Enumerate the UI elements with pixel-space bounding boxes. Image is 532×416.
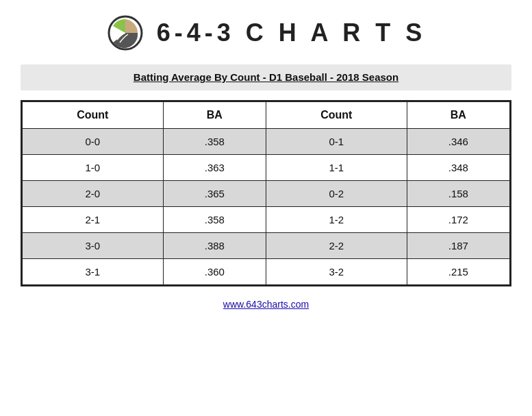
batting-average-table: Count BA Count BA 0-0 .358 0-1 .346 1-0 … — [22, 101, 510, 285]
cell-count1: 3-0 — [23, 233, 164, 259]
header: 6-4-3 C H A R T S — [21, 14, 511, 52]
cell-ba1: .365 — [163, 181, 266, 207]
cell-ba2: .158 — [407, 181, 509, 207]
cell-ba2: .348 — [407, 155, 509, 181]
table-row: 0-0 .358 0-1 .346 — [23, 129, 510, 155]
cell-ba2: .172 — [407, 207, 509, 233]
page-container: 6-4-3 C H A R T S Batting Average By Cou… — [0, 0, 532, 416]
cell-count2: 3-2 — [266, 259, 407, 285]
cell-ba1: .363 — [163, 155, 266, 181]
col-header-count2: Count — [266, 102, 407, 129]
cell-count1: 0-0 — [23, 129, 164, 155]
header-title: 6-4-3 C H A R T S — [157, 19, 426, 47]
table-row: 3-1 .360 3-2 .215 — [23, 259, 510, 285]
cell-count1: 3-1 — [23, 259, 164, 285]
cell-ba2: .346 — [407, 129, 509, 155]
col-header-count1: Count — [23, 102, 164, 129]
logo-icon — [106, 14, 144, 52]
table-row: 3-0 .388 2-2 .187 — [23, 233, 510, 259]
cell-count2: 2-2 — [266, 233, 407, 259]
cell-count2: 0-2 — [266, 181, 407, 207]
cell-ba2: .187 — [407, 233, 509, 259]
table-wrapper: Count BA Count BA 0-0 .358 0-1 .346 1-0 … — [21, 100, 511, 286]
cell-count1: 2-0 — [23, 181, 164, 207]
subtitle-bar: Batting Average By Count - D1 Baseball -… — [21, 64, 511, 90]
cell-count2: 0-1 — [266, 129, 407, 155]
table-row: 1-0 .363 1-1 .348 — [23, 155, 510, 181]
footer-link[interactable]: www.643charts.com — [223, 299, 309, 310]
cell-ba1: .358 — [163, 129, 266, 155]
cell-count2: 1-2 — [266, 207, 407, 233]
cell-count2: 1-1 — [266, 155, 407, 181]
subtitle-text: Batting Average By Count - D1 Baseball -… — [134, 71, 398, 83]
cell-ba2: .215 — [407, 259, 509, 285]
cell-count1: 2-1 — [23, 207, 164, 233]
cell-ba1: .360 — [163, 259, 266, 285]
col-header-ba1: BA — [163, 102, 266, 129]
cell-ba1: .358 — [163, 207, 266, 233]
cell-ba1: .388 — [163, 233, 266, 259]
col-header-ba2: BA — [407, 102, 509, 129]
table-row: 2-0 .365 0-2 .158 — [23, 181, 510, 207]
table-row: 2-1 .358 1-2 .172 — [23, 207, 510, 233]
table-header: Count BA Count BA — [23, 102, 510, 129]
cell-count1: 1-0 — [23, 155, 164, 181]
table-body: 0-0 .358 0-1 .346 1-0 .363 1-1 .348 2-0 … — [23, 129, 510, 285]
